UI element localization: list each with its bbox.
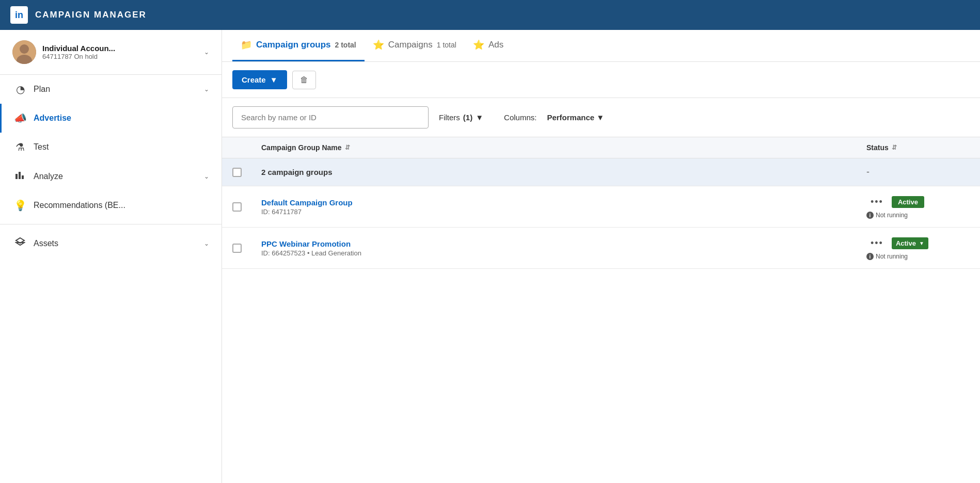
megaphone-icon: 📣 [14, 112, 26, 124]
toolbar: Create ▼ 🗑 [222, 62, 980, 98]
main-content: 📁 Campaign groups 2 total ⭐ Campaigns 1 … [222, 30, 980, 483]
tab-campaigns[interactable]: ⭐ Campaigns 1 total [365, 30, 465, 61]
sidebar-item-analyze[interactable]: Analyze ⌄ [0, 162, 222, 191]
filter-row: Filters (1) ▼ Columns: Performance ▼ [222, 98, 980, 137]
ads-icon: ⭐ [473, 39, 484, 51]
columns-dropdown-icon: ▼ [596, 113, 604, 122]
avatar-image [12, 40, 36, 64]
account-name: Individual Accoun... [42, 44, 198, 53]
svg-point-1 [20, 44, 29, 54]
tab-count: 2 total [335, 41, 356, 49]
columns-label: Columns: [504, 113, 536, 122]
account-info: Individual Accoun... 64711787 On hold [42, 44, 198, 60]
sidebar-item-label: Advertise [34, 114, 209, 123]
sidebar-divider [0, 224, 222, 224]
sort-icon: ⇵ [345, 144, 350, 151]
bar-chart-svg [15, 170, 25, 180]
col-header-name[interactable]: Campaign Group Name ⇵ [261, 143, 866, 152]
tab-campaign-groups[interactable]: 📁 Campaign groups 2 total [232, 30, 365, 61]
table-header: Campaign Group Name ⇵ Status ⇵ [222, 137, 980, 158]
tab-label: Campaigns [388, 40, 433, 50]
table-row-summary: 2 campaign groups - [222, 158, 980, 186]
trash-icon: 🗑 [300, 75, 308, 84]
sidebar: Individual Accoun... 64711787 On hold ⌄ … [0, 30, 222, 483]
sidebar-item-recommendations[interactable]: 💡 Recommendations (BE... [0, 191, 222, 220]
status-badge-label: Active [896, 239, 916, 247]
account-chevron-icon[interactable]: ⌄ [204, 49, 209, 56]
col-status-label: Status [866, 143, 889, 152]
not-running-status: i Not running [866, 212, 970, 219]
tabs-bar: 📁 Campaign groups 2 total ⭐ Campaigns 1 … [222, 30, 980, 62]
more-options-button[interactable]: ••• [866, 236, 888, 251]
create-button[interactable]: Create ▼ [232, 70, 287, 89]
sidebar-item-advertise[interactable]: 📣 Advertise [0, 104, 222, 133]
row2-name-link[interactable]: PPC Webinar Promotion [261, 239, 866, 248]
sort-icon: ⇵ [892, 144, 897, 151]
filter-dropdown-icon: ▼ [476, 113, 483, 122]
tab-ads[interactable]: ⭐ Ads [465, 30, 512, 61]
not-running-label: Not running [876, 253, 908, 260]
columns-value: Performance [547, 113, 594, 122]
chevron-down-icon: ⌄ [204, 86, 209, 93]
row2-sub: ID: 664257523 • Lead Generation [261, 249, 866, 257]
more-options-button[interactable]: ••• [866, 195, 888, 210]
folder-icon: 📁 [241, 39, 252, 51]
sidebar-item-label: Plan [34, 85, 197, 94]
topbar: in CAMPAIGN MANAGER [0, 0, 980, 30]
filters-button[interactable]: Filters (1) ▼ [439, 113, 483, 122]
app-title: CAMPAIGN MANAGER [35, 10, 147, 20]
tab-count: 1 total [437, 41, 456, 49]
campaigns-icon: ⭐ [373, 39, 384, 51]
sidebar-item-label: Recommendations (BE... [34, 201, 209, 210]
sidebar-item-test[interactable]: ⚗ Test [0, 133, 222, 162]
sidebar-item-label: Test [34, 142, 209, 152]
bar-chart-icon [14, 170, 26, 183]
summary-status: - [866, 167, 970, 178]
status-badge-dropdown[interactable]: Active ▼ [892, 237, 928, 249]
layers-svg [15, 237, 25, 247]
tab-label: Campaign groups [256, 40, 331, 50]
svg-rect-5 [22, 175, 24, 179]
account-section[interactable]: Individual Accoun... 64711787 On hold ⌄ [0, 30, 222, 75]
layers-icon [14, 237, 26, 250]
compass-icon: ◔ [14, 83, 26, 95]
col-header-status[interactable]: Status ⇵ [866, 143, 970, 152]
not-running-label: Not running [876, 212, 908, 219]
columns-select[interactable]: Performance ▼ [547, 113, 604, 122]
filter-count-badge: (1) [463, 113, 472, 122]
not-running-status: i Not running [866, 253, 970, 260]
info-icon: i [866, 253, 874, 260]
account-status: 64711787 On hold [42, 53, 198, 60]
search-input[interactable] [232, 106, 429, 128]
row2-checkbox[interactable] [232, 244, 242, 253]
row1-status-cell: ••• Active i Not running [866, 195, 970, 219]
delete-button[interactable]: 🗑 [292, 71, 316, 89]
avatar [12, 40, 36, 64]
sidebar-item-label: Assets [34, 239, 197, 248]
lightbulb-icon: 💡 [14, 199, 26, 212]
linkedin-logo: in [10, 6, 28, 24]
sidebar-item-plan[interactable]: ◔ Plan ⌄ [0, 75, 222, 104]
row1-sub: ID: 64711787 [261, 208, 866, 216]
row1-name-link[interactable]: Default Campaign Group [261, 198, 866, 207]
tab-label: Ads [488, 40, 503, 50]
summary-checkbox[interactable] [232, 168, 242, 177]
create-dropdown-icon: ▼ [270, 75, 278, 84]
summary-name: 2 campaign groups [261, 168, 866, 176]
info-icon: i [866, 212, 874, 219]
create-label: Create [242, 75, 266, 84]
sidebar-item-assets[interactable]: Assets ⌄ [0, 229, 222, 258]
svg-rect-4 [19, 172, 21, 179]
chevron-down-icon: ⌄ [204, 240, 209, 247]
svg-rect-3 [15, 174, 18, 179]
table-row: Default Campaign Group ID: 64711787 ••• … [222, 186, 980, 228]
flask-icon: ⚗ [14, 141, 26, 153]
col-name-label: Campaign Group Name [261, 143, 342, 152]
sidebar-item-label: Analyze [34, 172, 197, 181]
status-badge[interactable]: Active [892, 196, 924, 208]
chevron-down-icon: ⌄ [204, 173, 209, 180]
filters-label: Filters [439, 113, 460, 122]
row2-status-cell: ••• Active ▼ i Not running [866, 236, 970, 260]
row1-checkbox[interactable] [232, 202, 242, 212]
svg-marker-7 [16, 243, 24, 245]
